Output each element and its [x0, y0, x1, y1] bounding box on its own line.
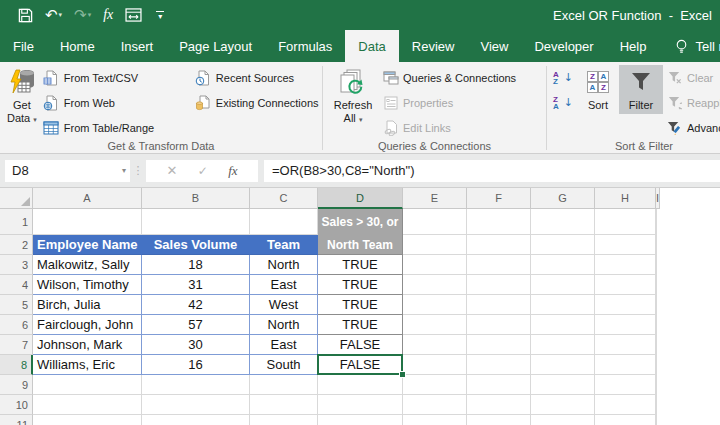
cell-I10[interactable] — [656, 395, 657, 415]
cell-D9[interactable] — [318, 375, 403, 395]
cell-D5[interactable]: TRUE — [318, 295, 403, 315]
cell-F7[interactable] — [467, 335, 531, 355]
tab-help[interactable]: Help — [607, 30, 660, 62]
cell-B6[interactable]: 57 — [142, 315, 250, 335]
existing-connections-button[interactable]: Existing Connections — [192, 90, 324, 115]
cell-C5[interactable]: West — [250, 295, 318, 315]
cell-B8[interactable]: 16 — [142, 355, 250, 375]
cell-G7[interactable] — [531, 335, 595, 355]
column-header-A[interactable]: A — [33, 188, 142, 209]
tab-page-layout[interactable]: Page Layout — [166, 30, 265, 62]
cell-H5[interactable] — [595, 295, 656, 315]
cell-H7[interactable] — [595, 335, 656, 355]
cell-E10[interactable] — [403, 395, 467, 415]
cell-E8[interactable] — [403, 355, 467, 375]
row-header-3[interactable]: 3 — [0, 255, 33, 275]
cell-E5[interactable] — [403, 295, 467, 315]
row-header-11[interactable]: 11 — [0, 415, 33, 425]
cell-I7[interactable] — [656, 335, 657, 355]
cell-G3[interactable] — [531, 255, 595, 275]
tab-data[interactable]: Data — [345, 30, 398, 62]
queries-connections-button[interactable]: Queries & Connections — [379, 65, 521, 90]
cell-A4[interactable]: Wilson, Timothy — [33, 275, 142, 295]
customize-qat-icon[interactable]: ▾ — [156, 11, 164, 20]
cell-D4[interactable]: TRUE — [318, 275, 403, 295]
cell-D10[interactable] — [318, 395, 403, 415]
cell-G10[interactable] — [531, 395, 595, 415]
cell-H3[interactable] — [595, 255, 656, 275]
cell-D11[interactable] — [318, 415, 403, 425]
cell-H9[interactable] — [595, 375, 656, 395]
row-header-6[interactable]: 6 — [0, 315, 33, 335]
cell-E3[interactable] — [403, 255, 467, 275]
cell-F4[interactable] — [467, 275, 531, 295]
cell-I1[interactable] — [656, 209, 657, 235]
cell-A11[interactable] — [33, 415, 142, 425]
row-header-10[interactable]: 10 — [0, 395, 33, 415]
cell-D6[interactable]: TRUE — [318, 315, 403, 335]
cell-I3[interactable] — [656, 255, 657, 275]
cell-A1[interactable] — [33, 209, 142, 235]
row-header-2[interactable]: 2 — [0, 235, 33, 255]
column-header-C[interactable]: C — [250, 188, 318, 209]
insert-function-fx-icon[interactable]: fx — [228, 163, 237, 179]
from-web-button[interactable]: From Web — [40, 90, 192, 115]
cell-G2[interactable] — [531, 235, 595, 255]
cell-H11[interactable] — [595, 415, 656, 425]
cell-C4[interactable]: East — [250, 275, 318, 295]
cell-H4[interactable] — [595, 275, 656, 295]
table-autofit-icon[interactable] — [121, 3, 146, 27]
tab-review[interactable]: Review — [399, 30, 468, 62]
column-header-H[interactable]: H — [595, 188, 656, 209]
cell-F5[interactable] — [467, 295, 531, 315]
cell-H8[interactable] — [595, 355, 656, 375]
cell-F8[interactable] — [467, 355, 531, 375]
row-header-4[interactable]: 4 — [0, 275, 33, 295]
cell-E6[interactable] — [403, 315, 467, 335]
filter-button[interactable]: Filter — [619, 65, 663, 114]
cell-C8[interactable]: South — [250, 355, 318, 375]
tab-file[interactable]: File — [0, 30, 47, 62]
cell-C6[interactable]: North — [250, 315, 318, 335]
select-all-corner[interactable] — [0, 188, 33, 209]
row-header-9[interactable]: 9 — [0, 375, 33, 395]
cell-D8[interactable]: FALSE — [318, 355, 403, 375]
cell-D1[interactable]: Sales > 30, or — [318, 209, 403, 235]
cell-G1[interactable] — [531, 209, 595, 235]
cell-D7[interactable]: FALSE — [318, 335, 403, 355]
tab-formulas[interactable]: Formulas — [265, 30, 345, 62]
cell-G9[interactable] — [531, 375, 595, 395]
recent-sources-button[interactable]: Recent Sources — [192, 65, 324, 90]
cell-A6[interactable]: Fairclough, John — [33, 315, 142, 335]
cell-E1[interactable] — [403, 209, 467, 235]
cell-C3[interactable]: North — [250, 255, 318, 275]
cell-A2[interactable]: Employee Name — [33, 235, 142, 255]
cell-A9[interactable] — [33, 375, 142, 395]
cell-H10[interactable] — [595, 395, 656, 415]
cell-C11[interactable] — [250, 415, 318, 425]
cell-I6[interactable] — [656, 315, 657, 335]
cell-B2[interactable]: Sales Volume — [142, 235, 250, 255]
fill-handle[interactable] — [399, 371, 406, 378]
cell-G8[interactable] — [531, 355, 595, 375]
cell-G6[interactable] — [531, 315, 595, 335]
cell-B4[interactable]: 31 — [142, 275, 250, 295]
cell-C10[interactable] — [250, 395, 318, 415]
column-header-D[interactable]: D — [318, 188, 403, 209]
column-header-F[interactable]: F — [467, 188, 531, 209]
cell-I11[interactable] — [656, 415, 657, 425]
name-box[interactable]: D8 ▾ — [5, 160, 130, 182]
cell-D3[interactable]: TRUE — [318, 255, 403, 275]
cell-A7[interactable]: Johnson, Mark — [33, 335, 142, 355]
from-text-csv-button[interactable]: From Text/CSV — [40, 65, 192, 90]
cell-E7[interactable] — [403, 335, 467, 355]
undo-button[interactable]: ↶▾ — [41, 3, 66, 27]
cell-B7[interactable]: 30 — [142, 335, 250, 355]
cell-C2[interactable]: Team — [250, 235, 318, 255]
cell-G4[interactable] — [531, 275, 595, 295]
cell-F10[interactable] — [467, 395, 531, 415]
cell-H2[interactable] — [595, 235, 656, 255]
tell-me[interactable]: Tell me — [675, 30, 720, 62]
cell-E4[interactable] — [403, 275, 467, 295]
cell-A3[interactable]: Malkowitz, Sally — [33, 255, 142, 275]
